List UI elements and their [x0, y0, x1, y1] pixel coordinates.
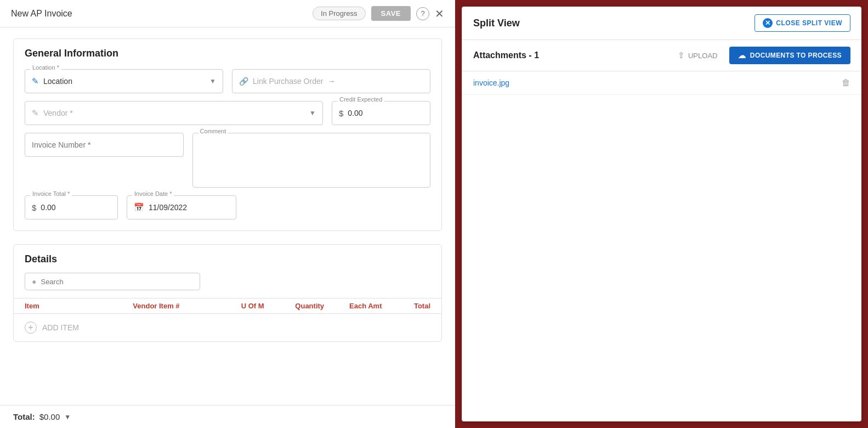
calendar-icon: 📅	[134, 202, 144, 212]
credit-expected-field[interactable]: Credit Expected $ 0.00	[332, 101, 430, 125]
link-icon: 🔗	[239, 77, 248, 86]
invoice-total-input[interactable]	[41, 203, 137, 212]
close-icon[interactable]: ✕	[435, 8, 444, 19]
comment-input[interactable]	[200, 139, 423, 148]
total-dollar-icon: $	[32, 203, 36, 212]
invoice-number-field[interactable]	[25, 133, 184, 188]
split-view-title: Split View	[473, 18, 754, 29]
total-label: Total:	[13, 412, 35, 421]
location-field[interactable]: Location * ✎ Location ▼	[25, 69, 223, 93]
invoice-total-label: Invoice Total *	[30, 190, 72, 197]
add-item-label: ADD ITEM	[42, 323, 79, 332]
vendor-placeholder: Vendor *	[43, 109, 73, 117]
vendor-field[interactable]: ✎ Vendor * ▼	[25, 101, 323, 125]
split-view-header: Split View ✕ CLOSE SPLIT VIEW	[462, 7, 861, 40]
location-dropdown-arrow: ▼	[209, 77, 216, 85]
location-value: Location	[43, 77, 72, 86]
top-bar: New AP Invoice In Progress SAVE ? ✕	[0, 0, 455, 27]
row-location: Location * ✎ Location ▼ 🔗 Link Purchase …	[25, 69, 430, 93]
general-information-section: General Information Location * ✎ Locatio…	[13, 38, 442, 231]
trash-icon[interactable]: 🗑	[842, 78, 850, 88]
comment-field[interactable]: Comment	[192, 133, 430, 188]
row-vendor: ✎ Vendor * ▼ Credit Expected $ 0.00	[25, 101, 430, 125]
details-section: Details ● Item Vendor Item # U Of M Quan…	[13, 244, 442, 342]
col-header-qty: Quantity	[295, 302, 349, 310]
docs-btn-label: DOCUMENTS TO PROCESS	[750, 52, 842, 59]
form-content: General Information Location * ✎ Locatio…	[0, 27, 455, 405]
attachment-file-row: invoice.jpg 🗑	[462, 71, 861, 95]
credit-dollar-icon: $	[339, 109, 343, 118]
help-icon[interactable]: ?	[416, 7, 429, 20]
total-value: $0.00	[39, 412, 60, 421]
close-split-view-button[interactable]: ✕ CLOSE SPLIT VIEW	[754, 14, 850, 32]
credit-value: 0.00	[348, 109, 362, 117]
comment-label: Comment	[198, 128, 229, 134]
search-bar[interactable]: ●	[25, 273, 200, 290]
total-chevron-icon: ▼	[64, 413, 71, 421]
row-invoice-totals: Invoice Total * $ Invoice Date * 📅 11/09…	[25, 195, 430, 219]
file-link[interactable]: invoice.jpg	[473, 78, 842, 87]
split-view-panel: Split View ✕ CLOSE SPLIT VIEW Attachment…	[462, 7, 861, 421]
link-po-placeholder: Link Purchase Order	[253, 77, 323, 86]
invoice-number-input[interactable]	[32, 140, 177, 149]
save-button[interactable]: SAVE	[371, 6, 411, 21]
search-input[interactable]	[41, 278, 193, 286]
search-icon: ●	[32, 277, 36, 286]
row-invoice-number: Comment	[25, 133, 430, 188]
cloud-icon: ☁	[738, 51, 746, 60]
invoice-date-value: 11/09/2022	[149, 203, 187, 212]
invoice-date-label: Invoice Date *	[132, 190, 174, 197]
vendor-edit-icon: ✎	[32, 108, 39, 118]
vendor-dropdown-arrow: ▼	[309, 109, 316, 117]
col-header-item: Item	[25, 302, 133, 310]
invoice-date-field[interactable]: Invoice Date * 📅 11/09/2022	[127, 195, 236, 219]
col-header-each: Each Amt	[349, 302, 404, 310]
page-title: New AP Invoice	[11, 9, 313, 19]
attachments-title: Attachments - 1	[473, 50, 666, 60]
col-header-total: Total	[404, 302, 430, 310]
search-bar-wrap: ●	[14, 273, 441, 290]
upload-button[interactable]: ⇧ UPLOAD	[672, 47, 723, 64]
upload-icon: ⇧	[678, 50, 685, 60]
invoice-total-field[interactable]: Invoice Total * $	[25, 195, 118, 219]
table-header: Item Vendor Item # U Of M Quantity Each …	[14, 298, 441, 314]
documents-to-process-button[interactable]: ☁ DOCUMENTS TO PROCESS	[729, 47, 850, 64]
credit-expected-label: Credit Expected	[337, 96, 384, 103]
add-item-row[interactable]: + ADD ITEM	[14, 314, 441, 341]
top-bar-actions: In Progress SAVE ? ✕	[313, 6, 444, 21]
details-title: Details	[14, 254, 441, 265]
close-split-x-icon: ✕	[763, 18, 773, 28]
attachments-bar: Attachments - 1 ⇧ UPLOAD ☁ DOCUMENTS TO …	[462, 40, 861, 71]
col-header-uom: U Of M	[241, 302, 296, 310]
general-info-title: General Information	[25, 48, 430, 59]
status-badge: In Progress	[313, 7, 365, 20]
location-label: Location *	[30, 64, 61, 71]
left-panel: New AP Invoice In Progress SAVE ? ✕ Gene…	[0, 0, 455, 428]
total-bar: Total: $0.00 ▼	[0, 405, 455, 428]
close-split-label: CLOSE SPLIT VIEW	[776, 19, 842, 27]
location-edit-icon: ✎	[32, 76, 39, 86]
add-item-plus-icon[interactable]: +	[25, 322, 37, 334]
arrow-right-icon: →	[327, 77, 335, 86]
upload-label: UPLOAD	[688, 52, 717, 60]
col-header-vendor: Vendor Item #	[133, 302, 241, 310]
link-po-field[interactable]: 🔗 Link Purchase Order →	[232, 69, 430, 93]
